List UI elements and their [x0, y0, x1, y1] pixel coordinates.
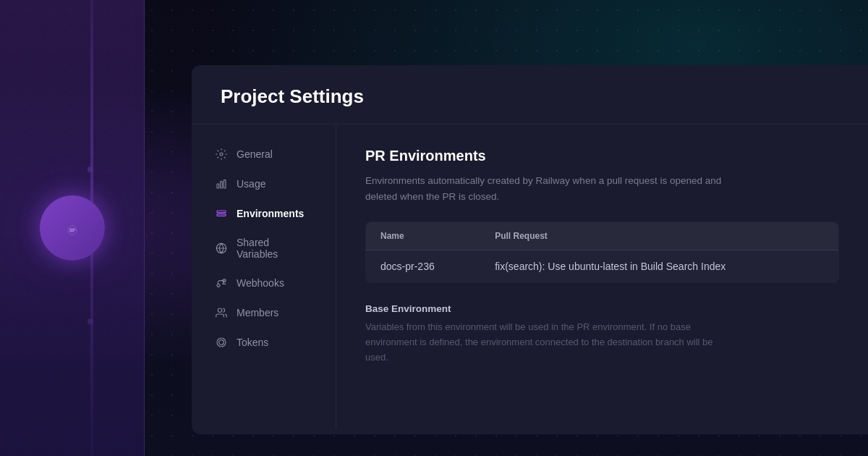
sidebar-item-usage[interactable]: Usage	[197, 169, 330, 198]
svg-point-13	[219, 340, 224, 345]
globe-icon	[215, 242, 228, 255]
panel-body: General Usage Environments	[192, 124, 868, 428]
svg-point-11	[218, 308, 221, 312]
section-description: Environments automatically created by Ra…	[365, 173, 741, 204]
sidebar-item-webhooks[interactable]: Webhooks	[197, 269, 330, 297]
bar-chart-icon	[215, 177, 228, 190]
layers-icon	[215, 207, 228, 220]
table-row: docs-pr-236 fix(search): Use ubuntu-late…	[366, 250, 839, 283]
members-label: Members	[237, 307, 278, 318]
logo[interactable]	[40, 195, 105, 261]
subsection-title: Base Environment	[365, 303, 839, 314]
shared-variables-label: Shared Variables	[237, 237, 312, 260]
sidebar	[0, 0, 145, 456]
sidebar-item-members[interactable]: Members	[197, 298, 330, 327]
section-title: PR Environments	[365, 148, 839, 164]
logo-icon	[67, 216, 78, 240]
svg-point-4	[220, 153, 223, 156]
table-cell-name: docs-pr-236	[366, 250, 481, 283]
users-icon	[215, 306, 228, 319]
sidebar-item-environments[interactable]: Environments	[197, 199, 330, 228]
subsection-description: Variables from this environment will be …	[365, 320, 727, 365]
sidebar-item-shared-variables[interactable]: Shared Variables	[197, 229, 330, 268]
usage-label: Usage	[237, 178, 265, 190]
table-header-name: Name	[366, 222, 481, 250]
webhook-icon	[215, 276, 228, 290]
sidebar-item-tokens[interactable]: Tokens	[197, 328, 330, 357]
main-panel: Project Settings General Usage	[192, 65, 868, 434]
svg-rect-9	[217, 214, 226, 216]
panel-header: Project Settings	[192, 65, 868, 124]
content-area: PR Environments Environments automatical…	[336, 124, 868, 428]
general-label: General	[237, 148, 273, 160]
table-cell-pull-request: fix(search): Use ubuntu-latest in Build …	[480, 250, 838, 283]
svg-rect-6	[221, 182, 223, 188]
environments-label: Environments	[237, 208, 304, 219]
svg-rect-8	[217, 211, 226, 213]
webhooks-label: Webhooks	[237, 277, 284, 289]
pr-environments-table: Name Pull Request docs-pr-236 fix(search…	[365, 221, 839, 283]
sidebar-item-general[interactable]: General	[197, 140, 330, 169]
token-icon	[215, 336, 228, 349]
svg-rect-7	[224, 180, 226, 188]
page-title: Project Settings	[221, 85, 839, 108]
svg-rect-5	[217, 184, 219, 188]
settings-nav: General Usage Environments	[192, 124, 336, 428]
svg-point-12	[217, 338, 226, 347]
gear-icon	[215, 148, 228, 161]
tokens-label: Tokens	[237, 337, 268, 348]
table-header-pull-request: Pull Request	[480, 222, 838, 250]
